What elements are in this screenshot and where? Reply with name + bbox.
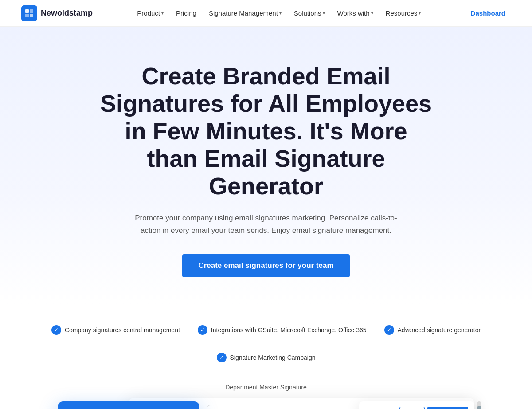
hero-title: Create Branded Email Signatures for All … [98, 62, 434, 200]
preview-section: Department Master Signature 📊 Analytics … [0, 384, 532, 409]
department-panel: Department List View all list Add New De… [359, 401, 474, 409]
logo-text: Newoldstamp [41, 8, 93, 18]
check-icon-2: ✓ [198, 325, 207, 335]
logo-icon [21, 5, 37, 21]
resources-arrow-icon: ▾ [419, 11, 421, 16]
feature-item-1: ✓ Company signatures central management [51, 325, 180, 335]
scrollbar-thumb [477, 406, 481, 409]
hero-subtitle: Promote your company using email signatu… [129, 212, 403, 236]
navbar: Newoldstamp Product ▾ Pricing Signature … [0, 0, 532, 27]
feature-item-3: ✓ Advanced signature generator [384, 325, 481, 335]
scrollbar[interactable] [477, 401, 481, 409]
hero-section: Create Branded Email Signatures for All … [0, 27, 532, 304]
feature-item-4: ✓ Signature Marketing Campaign [217, 353, 316, 362]
features-bar: ✓ Company signatures central management … [0, 304, 532, 384]
nav-works-with[interactable]: Works with ▾ [332, 7, 379, 20]
svg-rect-2 [25, 14, 29, 17]
check-icon-3: ✓ [384, 325, 394, 335]
hero-cta-button[interactable]: Create email signatures for your team [182, 254, 349, 277]
preview-label: Department Master Signature [58, 384, 474, 391]
add-department-button[interactable]: Add New Department [427, 407, 468, 409]
check-icon-4: ✓ [217, 353, 227, 362]
nav-links: Product ▾ Pricing Signature Management ▾… [132, 7, 426, 20]
product-arrow-icon: ▾ [161, 11, 164, 16]
works-with-arrow-icon: ▾ [371, 11, 373, 16]
nav-pricing[interactable]: Pricing [171, 7, 202, 20]
preview-container: Department Master Signature 📊 Analytics … [58, 384, 474, 409]
department-header: Department List View all list Add New De… [359, 401, 474, 409]
svg-rect-0 [25, 9, 29, 13]
feature-item-2: ✓ Integrations with GSuite, Microsoft Ex… [198, 325, 367, 335]
solutions-arrow-icon: ▾ [323, 11, 325, 16]
sig-mgmt-arrow-icon: ▾ [279, 11, 282, 16]
view-all-button[interactable]: View all list [399, 407, 425, 409]
nav-dashboard[interactable]: Dashboard [466, 7, 511, 20]
nav-solutions[interactable]: Solutions ▾ [289, 7, 330, 20]
svg-rect-1 [30, 9, 33, 13]
nav-product[interactable]: Product ▾ [132, 7, 169, 20]
analytics-card: 📊 Analytics Clicks Impressions All click… [58, 401, 200, 409]
logo[interactable]: Newoldstamp [21, 5, 93, 21]
nav-resources[interactable]: Resources ▾ [380, 7, 426, 20]
nav-signature-management[interactable]: Signature Management ▾ [203, 7, 287, 20]
department-header-actions: View all list Add New Department [399, 407, 468, 409]
check-icon-1: ✓ [51, 325, 61, 335]
svg-rect-3 [30, 14, 33, 17]
